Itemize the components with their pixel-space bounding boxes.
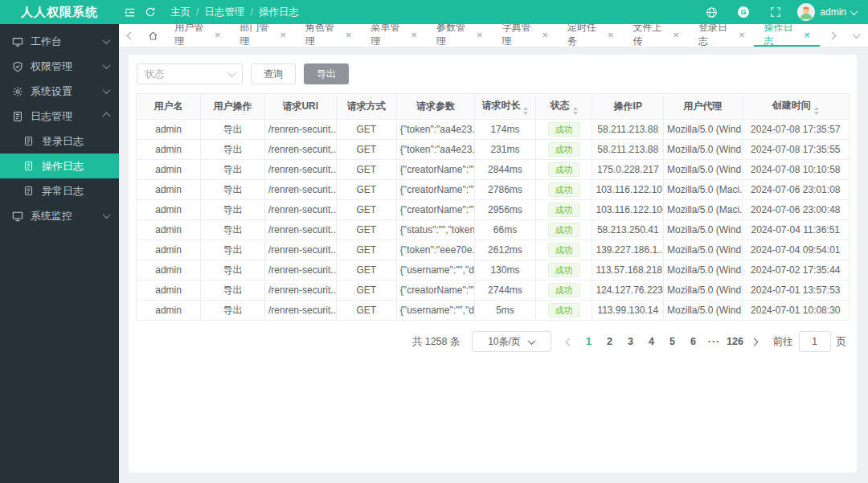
close-icon[interactable]: × (346, 30, 352, 40)
doc-icon (23, 136, 35, 146)
column-header-请求时长[interactable]: 请求时长 (475, 94, 535, 120)
tab-label: 字典管理 (502, 21, 538, 48)
more-pages-icon[interactable]: ··· (706, 336, 723, 347)
table-cell: 139.227.186.1... (592, 240, 664, 260)
tabs-scroll-right-icon[interactable] (820, 24, 844, 47)
tab-菜单管理[interactable]: 菜单管理× (362, 24, 427, 47)
column-label: 请求时长 (481, 100, 520, 111)
sidebar-item-系统监控[interactable]: 系统监控 (0, 203, 119, 228)
status-badge: 成功 (548, 223, 580, 237)
chevron-down-icon (228, 69, 236, 77)
fullscreen-icon[interactable] (765, 0, 786, 24)
table-cell: /renren-securit... (264, 301, 336, 321)
status-badge: 成功 (548, 243, 580, 257)
close-icon[interactable]: × (215, 30, 221, 40)
sidebar-item-登录日志[interactable]: 登录日志 (0, 129, 119, 153)
table-cell: 导出 (201, 240, 265, 260)
page-number-2[interactable]: 2 (601, 336, 619, 347)
table-cell: {"username":"","d... (396, 301, 474, 321)
table-cell: Mozilla/5.0 (Wind... (664, 301, 742, 321)
table-cell: 2024-07-08 17:35:55 (742, 140, 849, 160)
sidebar-item-操作日志[interactable]: 操作日志 (0, 153, 119, 178)
table-row[interactable]: admin导出/renren-securit...GET{"creatorNam… (137, 160, 849, 180)
column-header-状态[interactable]: 状态 (535, 94, 592, 120)
sidebar-item-工作台[interactable]: 工作台 (0, 29, 119, 54)
page-number-126[interactable]: 126 (727, 336, 744, 347)
column-header-创建时间[interactable]: 创建时间 (742, 94, 849, 120)
query-button[interactable]: 查询 (251, 63, 296, 84)
chevron-down-icon (103, 36, 111, 44)
sort-caret-icon[interactable] (814, 107, 819, 115)
gitee-icon[interactable]: G (733, 0, 754, 24)
home-icon[interactable] (142, 24, 166, 47)
table-row[interactable]: admin导出/renren-securit...GET{"creatorNam… (137, 180, 849, 200)
sidebar-item-权限管理[interactable]: 权限管理 (0, 54, 119, 79)
tab-登录日志[interactable]: 登录日志× (689, 24, 754, 47)
table-row[interactable]: admin导出/renren-securit...GET{"token":"ee… (137, 240, 849, 260)
table-cell: 2024-07-02 17:35:44 (742, 260, 849, 280)
chevron-down-icon (103, 211, 111, 219)
monitor-icon (11, 211, 23, 222)
sort-caret-icon[interactable] (523, 107, 528, 115)
close-icon[interactable]: × (739, 30, 745, 40)
table-row[interactable]: admin导出/renren-securit...GET{"status":""… (137, 220, 849, 240)
table-cell: 导出 (201, 301, 265, 321)
refresh-icon[interactable] (140, 0, 161, 24)
page-number-6[interactable]: 6 (685, 336, 702, 347)
close-icon[interactable]: × (542, 30, 548, 40)
chevron-down-icon (103, 61, 111, 69)
table-row[interactable]: admin导出/renren-securit...GET{"creatorNam… (137, 280, 849, 301)
pager: 123456···126 (563, 336, 762, 347)
page-size-select[interactable]: 10条/页 (472, 331, 551, 352)
column-label: 请求参数 (416, 100, 455, 112)
tab-部门管理[interactable]: 部门管理× (231, 24, 296, 47)
tab-角色管理[interactable]: 角色管理× (296, 24, 361, 47)
table-row[interactable]: admin导出/renren-securit...GET{"token":"aa… (137, 120, 849, 140)
table-cell: admin (137, 260, 201, 280)
tab-操作日志[interactable]: 操作日志× (754, 24, 819, 47)
table-row[interactable]: admin导出/renren-securit...GET{"creatorNam… (137, 200, 849, 220)
close-icon[interactable]: × (411, 30, 417, 40)
user-menu[interactable]: admin (797, 3, 857, 21)
next-page-icon[interactable] (747, 339, 762, 345)
breadcrumb-item[interactable]: 主页 (170, 6, 190, 19)
tab-字典管理[interactable]: 字典管理× (493, 24, 558, 47)
breadcrumb-item[interactable]: 操作日志 (259, 6, 299, 19)
sidebar-item-系统设置[interactable]: 系统设置 (0, 79, 119, 104)
tab-参数管理[interactable]: 参数管理× (427, 24, 492, 47)
globe-icon[interactable] (701, 0, 722, 24)
table-row[interactable]: admin导出/renren-securit...GET{"username":… (137, 301, 849, 321)
close-icon[interactable]: × (477, 30, 483, 40)
tab-文件上传[interactable]: 文件上传× (624, 24, 689, 47)
breadcrumb-item[interactable]: 日志管理 (204, 6, 244, 19)
close-icon[interactable]: × (673, 30, 679, 40)
status-select[interactable]: 状态 (137, 63, 243, 84)
tab-定时任务[interactable]: 定时任务× (558, 24, 623, 47)
close-icon[interactable]: × (804, 30, 810, 40)
table-cell: Mozilla/5.0 (Wind... (664, 160, 742, 180)
page-number-5[interactable]: 5 (664, 336, 682, 347)
prev-page-icon[interactable] (563, 339, 577, 345)
page-number-4[interactable]: 4 (643, 336, 661, 347)
sidebar-item-异常日志[interactable]: 异常日志 (0, 178, 119, 203)
tab-用户管理[interactable]: 用户管理× (165, 24, 230, 47)
export-button[interactable]: 导出 (304, 63, 349, 84)
close-icon[interactable]: × (280, 30, 287, 40)
tabs-dropdown-icon[interactable] (844, 24, 868, 47)
close-icon[interactable]: × (608, 30, 614, 40)
chevron-up-icon (103, 113, 111, 121)
table-row[interactable]: admin导出/renren-securit...GET{"token":"aa… (137, 140, 849, 160)
goto-page-input[interactable] (799, 331, 831, 352)
table-cell: 成功 (535, 140, 592, 160)
page-number-1[interactable]: 1 (580, 336, 598, 347)
menu-fold-icon[interactable] (119, 0, 140, 24)
table-cell: /renren-securit... (264, 260, 336, 280)
table-row[interactable]: admin导出/renren-securit...GET{"username":… (137, 260, 849, 280)
page-number-3[interactable]: 3 (622, 336, 640, 347)
table-cell: 成功 (535, 301, 592, 321)
table-cell: 2024-07-04 11:36:51 (742, 220, 849, 240)
sidebar-item-label: 登录日志 (42, 134, 84, 149)
tabs-scroll-left-icon[interactable] (119, 24, 142, 47)
sort-caret-icon[interactable] (573, 107, 578, 115)
sidebar-item-日志管理[interactable]: 日志管理 (0, 104, 119, 129)
